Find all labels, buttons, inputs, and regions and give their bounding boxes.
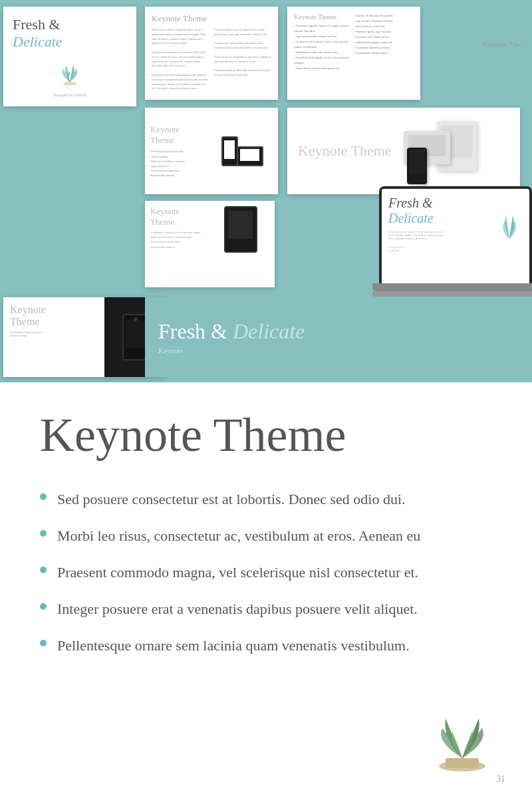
bullet-dot-2 xyxy=(40,530,47,537)
slide-thumb-6: KeynoteTheme Vestibulum id ligula porta … xyxy=(3,297,166,377)
bullet-item-2: Morbi leo risus, consectetur ac, vestibu… xyxy=(40,525,492,547)
thumb7-title: KeynoteTheme xyxy=(150,206,208,227)
thumb2-col1: Nulle vitae elit libero, a pharetra augu… xyxy=(152,28,209,91)
thumb3-right: Donec id elit non mi grande eget metus. … xyxy=(354,13,414,93)
thumb2-title: Keynote Theme xyxy=(152,13,271,24)
bullet-list: Sed posuere consectetur est at lobortis.… xyxy=(40,488,492,656)
svg-point-0 xyxy=(63,82,76,85)
thumb6-title: KeynoteTheme xyxy=(10,304,98,328)
thumb4-left: KeynoteTheme Vestibulum id ligula porta … xyxy=(150,124,211,178)
svg-rect-2 xyxy=(446,758,479,768)
bullet-text-4: Integer posuere erat a venenatis dapibus… xyxy=(57,598,418,620)
thumb3-left: Keynote Theme Vivamus sagittis lacus vel… xyxy=(294,13,354,93)
laptop-mockup-area: Fresh & Delicate Aenean eu leo quam. Pel… xyxy=(286,180,532,379)
bullet-text-2: Morbi leo risus, consectetur ac, vestibu… xyxy=(57,525,420,547)
bullet-item-4: Integer posuere erat a venenatis dapibus… xyxy=(40,598,492,620)
slide-content-bottom: Keynote Theme Sed posuere consectetur es… xyxy=(0,382,532,798)
thumb5-left: Keynote Theme xyxy=(298,142,404,160)
bullet-item-5: Pellentesque ornare sem lacinia quam ven… xyxy=(40,634,492,656)
thumb4-bullets: Vestibulum id ligula porta felis euismod… xyxy=(150,149,211,178)
bullet-dot-3 xyxy=(40,567,47,573)
thumb4-device xyxy=(211,136,273,166)
bullet-text-5: Pellentesque ornare sem lacinia quam ven… xyxy=(57,634,410,656)
slide-thumb-4: KeynoteTheme Vestibulum id ligula porta … xyxy=(145,108,278,194)
slide-thumb-7: KeynoteTheme Vestibulum id ligula porta … xyxy=(145,201,275,287)
bottom-plant-decoration xyxy=(419,692,505,771)
slide-thumb-3: Keynote Theme Vivamus sagittis lacus vel… xyxy=(287,7,420,100)
thumb7-bullets: Vestibulum id ligula porta fels euismod … xyxy=(150,230,208,249)
bullet-text-3: Praesent commodo magna, vel scelerisque … xyxy=(57,561,418,583)
page-number: 31 xyxy=(496,774,505,785)
thumb6-sub: Vestibulum id ligula porta feliseuismod … xyxy=(10,331,98,337)
keynote-right-label: Keynote The... xyxy=(482,40,525,48)
thumb3-bullets-right: Donec id elit non mi grande eget metus. … xyxy=(354,13,414,56)
thumb5-title: Keynote Theme xyxy=(298,142,404,160)
plant-decoration xyxy=(53,59,86,85)
bullet-item-3: Praesent commodo magna, vel scelerisque … xyxy=(40,561,492,583)
bullet-dot-1 xyxy=(40,493,47,500)
bullet-dot-4 xyxy=(40,603,47,610)
bullet-item-1: Sed posuere consectetur est at lobortis.… xyxy=(40,488,492,510)
thumb4-title: KeynoteTheme xyxy=(150,124,211,147)
bullet-text-1: Sed posuere consectetur est at lobortis.… xyxy=(57,488,406,510)
thumb1-credit: Designed by Jumsoft xyxy=(13,93,127,97)
slide-thumb-1: Fresh & Delicate Designed by Jumsoft xyxy=(3,7,136,106)
bullet-dot-5 xyxy=(40,640,47,646)
thumb5-devices xyxy=(404,118,509,184)
slide-title: Keynote Theme xyxy=(40,409,492,462)
thumb2-col2: Vivamus sagittis lacus vel augue laoreet… xyxy=(214,28,271,91)
slide-thumb-2: Keynote Theme Nulle vitae elit libero, a… xyxy=(145,7,278,100)
thumb1-title: Fresh & Delicate xyxy=(13,16,127,51)
thumb3-bullets-left: Vivamus sagittis lacus vel augue laoreet… xyxy=(294,23,354,71)
preview-collage: Fresh & Delicate Designed by Jumsoft xyxy=(0,0,532,382)
